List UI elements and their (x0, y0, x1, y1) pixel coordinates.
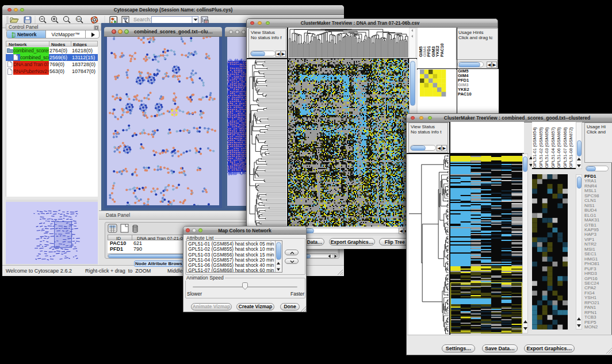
svg-text:GPL51-01 (GSM854): GPL51-01 (GSM854) (532, 127, 537, 168)
svg-text:GPL51-02 (GSM855): GPL51-02 (GSM855) (538, 127, 544, 168)
svg-text:GPL51-08 (GSM872): GPL51-08 (GSM872) (568, 127, 573, 168)
svg-text:GPL51-07 (GSM868): GPL51-07 (GSM868) (563, 127, 568, 168)
svg-text:GPL51-04 (GSM857): GPL51-04 (GSM857) (550, 127, 556, 168)
svg-text:PAC10: PAC10 (439, 43, 445, 57)
svg-text:Search:: Search: (133, 17, 151, 22)
svg-text:GPL51-06 (GSM865): GPL51-06 (GSM865) (556, 127, 561, 168)
svg-text:1:1: 1:1 (77, 18, 81, 21)
svg-text:GPL51-03 (GSM856): GPL51-03 (GSM856) (544, 127, 549, 168)
